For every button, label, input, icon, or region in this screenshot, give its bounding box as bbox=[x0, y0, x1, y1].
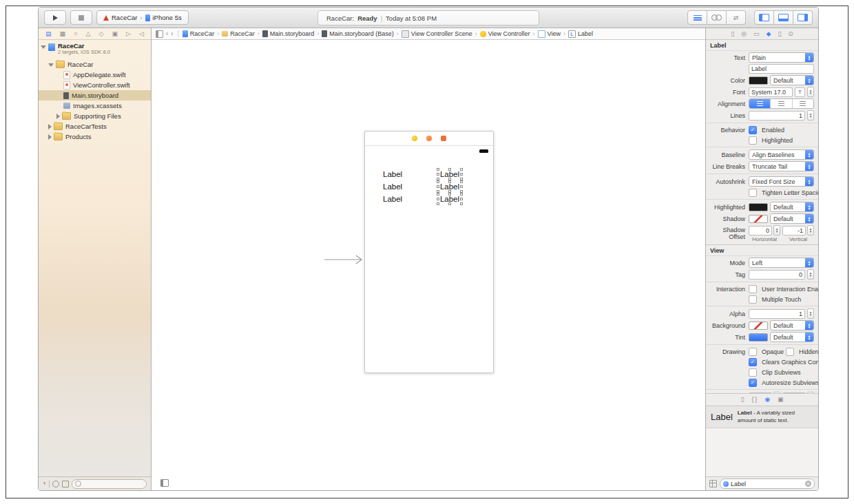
highlighted-checkbox[interactable] bbox=[749, 136, 757, 145]
tree-item-main-storyboard[interactable]: Main.storyboard bbox=[39, 90, 151, 101]
alpha-field[interactable]: 1 bbox=[749, 309, 805, 319]
multiple-touch-checkbox[interactable] bbox=[749, 295, 757, 304]
quick-help-inspector-icon[interactable]: ◎ bbox=[741, 31, 747, 37]
shadow-color-swatch[interactable] bbox=[749, 215, 768, 223]
disclosure-triangle-icon[interactable] bbox=[48, 124, 52, 129]
debug-navigator-icon[interactable]: ▣ bbox=[112, 31, 118, 37]
font-field[interactable]: System 17.0 bbox=[749, 87, 793, 97]
disclosure-triangle-icon[interactable] bbox=[48, 134, 52, 140]
navigator-filter-field[interactable] bbox=[72, 479, 147, 489]
user-interaction-checkbox[interactable] bbox=[749, 285, 757, 293]
search-navigator-icon[interactable]: ○ bbox=[74, 31, 77, 37]
font-picker-button[interactable]: T bbox=[795, 87, 805, 97]
breakpoint-navigator-icon[interactable]: ▷ bbox=[126, 31, 131, 37]
background-popup[interactable]: Default bbox=[770, 320, 814, 330]
view-controller-card[interactable]: Label Label Label Label Label Label bbox=[364, 131, 494, 373]
media-library-icon[interactable]: ▣ bbox=[778, 397, 784, 403]
file-template-library-icon[interactable]: ▯ bbox=[740, 397, 744, 403]
connections-inspector-icon[interactable]: ⊙ bbox=[788, 31, 793, 37]
selected-canvas-label[interactable]: Label bbox=[438, 182, 461, 191]
canvas-label[interactable]: Label bbox=[383, 169, 402, 179]
tighten-letter-spacing-checkbox[interactable] bbox=[749, 189, 757, 197]
highlighted-popup[interactable]: Default bbox=[770, 202, 814, 212]
library-item-label[interactable]: Label Label - A variably sized amount of… bbox=[706, 406, 818, 428]
disclosure-triangle-icon[interactable] bbox=[48, 63, 54, 67]
identity-inspector-icon[interactable]: ▭ bbox=[753, 31, 760, 37]
text-popup[interactable]: Plain bbox=[749, 52, 814, 63]
recent-files-icon[interactable] bbox=[52, 481, 59, 487]
forward-button[interactable]: › bbox=[171, 30, 173, 37]
related-items-icon[interactable] bbox=[156, 30, 163, 38]
color-swatch[interactable] bbox=[749, 76, 768, 85]
project-navigator-icon[interactable]: ▤ bbox=[45, 31, 52, 37]
breadcrumb-storyboard[interactable]: Main.storyboard bbox=[262, 30, 315, 37]
clear-filter-icon[interactable]: ✕ bbox=[805, 481, 811, 487]
toggle-navigator-button[interactable] bbox=[754, 10, 774, 25]
exit-icon[interactable] bbox=[441, 136, 446, 141]
stop-button[interactable] bbox=[70, 10, 92, 25]
test-navigator-icon[interactable]: ◇ bbox=[99, 31, 104, 37]
stepper[interactable] bbox=[773, 225, 780, 235]
canvas-label[interactable]: Label bbox=[383, 194, 402, 204]
clears-graphics-context-checkbox[interactable] bbox=[749, 358, 757, 366]
file-inspector-icon[interactable]: ▯ bbox=[731, 31, 734, 37]
first-responder-icon[interactable] bbox=[426, 136, 432, 141]
document-outline-toggle-icon[interactable] bbox=[160, 479, 169, 487]
clip-subviews-checkbox[interactable] bbox=[749, 368, 757, 377]
assistant-editor-button[interactable] bbox=[707, 10, 727, 25]
alpha-stepper[interactable] bbox=[807, 308, 814, 319]
view-controller-icon[interactable] bbox=[412, 136, 417, 141]
tree-item-products[interactable]: Products bbox=[39, 132, 151, 142]
toggle-inspector-button[interactable] bbox=[793, 10, 813, 25]
tree-item-appdelegate[interactable]: AppDelegate.swift bbox=[39, 70, 151, 80]
tag-stepper[interactable] bbox=[807, 269, 814, 280]
autoresize-subviews-checkbox[interactable] bbox=[749, 379, 757, 387]
tree-item-supporting-files[interactable]: Supporting Files bbox=[39, 111, 151, 121]
toggle-debug-area-button[interactable] bbox=[774, 10, 793, 25]
breadcrumb-view[interactable]: View bbox=[538, 30, 561, 38]
opaque-checkbox[interactable] bbox=[749, 348, 757, 356]
attributes-inspector-icon[interactable]: ◆ bbox=[766, 31, 771, 37]
breadcrumb-group[interactable]: RaceCar bbox=[222, 30, 255, 37]
highlighted-color-swatch[interactable] bbox=[749, 203, 768, 211]
selected-canvas-label[interactable]: Label bbox=[438, 194, 461, 204]
shadow-offset-vertical-field[interactable]: -1 bbox=[782, 226, 806, 235]
mode-popup[interactable]: Left bbox=[749, 258, 814, 268]
align-center-segment[interactable] bbox=[771, 99, 792, 108]
canvas-label[interactable]: Label bbox=[383, 182, 402, 191]
align-right-segment[interactable] bbox=[793, 99, 813, 108]
library-filter-field[interactable]: Label ✕ bbox=[720, 479, 815, 489]
breadcrumb-storyboard-base[interactable]: Main.storyboard (Base) bbox=[322, 30, 394, 37]
shadow-offset-horizontal-field[interactable]: 0 bbox=[749, 226, 772, 235]
background-color-swatch[interactable] bbox=[749, 322, 768, 330]
tree-item-viewcontroller[interactable]: ViewController.swift bbox=[39, 80, 151, 90]
baseline-popup[interactable]: Align Baselines bbox=[749, 149, 814, 160]
font-size-stepper[interactable] bbox=[807, 87, 814, 97]
disclosure-triangle-icon[interactable] bbox=[41, 45, 46, 49]
add-button[interactable]: + bbox=[43, 481, 46, 487]
breadcrumb-project[interactable]: RaceCar bbox=[183, 30, 215, 37]
standard-editor-button[interactable] bbox=[687, 10, 707, 25]
report-navigator-icon[interactable]: ◁ bbox=[139, 31, 144, 37]
hidden-checkbox[interactable] bbox=[786, 348, 794, 356]
size-inspector-icon[interactable]: ▯ bbox=[778, 31, 781, 37]
selected-canvas-label[interactable]: Label bbox=[438, 169, 461, 179]
scm-status-icon[interactable] bbox=[62, 481, 69, 487]
tint-popup[interactable]: Default bbox=[770, 332, 814, 342]
breadcrumb-scene[interactable]: View Controller Scene bbox=[402, 30, 472, 38]
tag-field[interactable]: 0 bbox=[749, 270, 805, 280]
tint-color-swatch[interactable] bbox=[749, 333, 768, 342]
object-library-icon[interactable]: ◉ bbox=[764, 397, 770, 403]
grid-view-icon[interactable] bbox=[709, 480, 717, 487]
code-snippet-library-icon[interactable]: { } bbox=[751, 397, 757, 403]
label-text-field[interactable]: Label bbox=[749, 64, 814, 74]
tree-item-images-xcassets[interactable]: Images.xcassets bbox=[39, 101, 151, 111]
disclosure-triangle-icon[interactable] bbox=[56, 114, 60, 119]
tree-item-project[interactable]: RaceCar 2 targets, iOS SDK 8.0 bbox=[39, 42, 151, 59]
color-popup[interactable]: Default bbox=[770, 75, 814, 85]
tree-item-racecartests[interactable]: RaceCarTests bbox=[39, 121, 151, 132]
scheme-selector[interactable]: RaceCar › iPhone 5s bbox=[96, 10, 189, 25]
run-button[interactable] bbox=[44, 10, 66, 25]
breadcrumb-view-controller[interactable]: View Controller bbox=[480, 30, 530, 37]
symbol-navigator-icon[interactable]: ▦ bbox=[60, 31, 66, 37]
